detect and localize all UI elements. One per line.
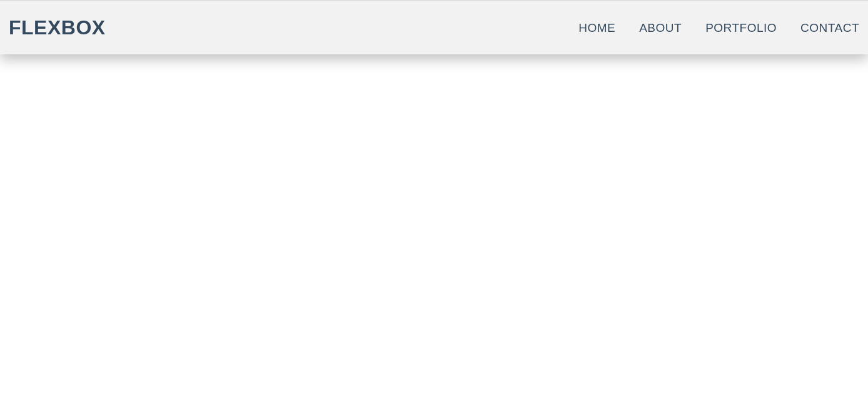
main-header: FLEXBOX HOME ABOUT PORTFOLIO CONTACT xyxy=(0,0,868,54)
nav-link-contact[interactable]: CONTACT xyxy=(800,21,859,35)
nav-link-about[interactable]: ABOUT xyxy=(639,21,682,35)
nav-link-home[interactable]: HOME xyxy=(578,21,615,35)
nav-link-portfolio[interactable]: PORTFOLIO xyxy=(705,21,777,35)
main-nav: HOME ABOUT PORTFOLIO CONTACT xyxy=(578,21,859,35)
site-logo: FLEXBOX xyxy=(9,16,106,39)
